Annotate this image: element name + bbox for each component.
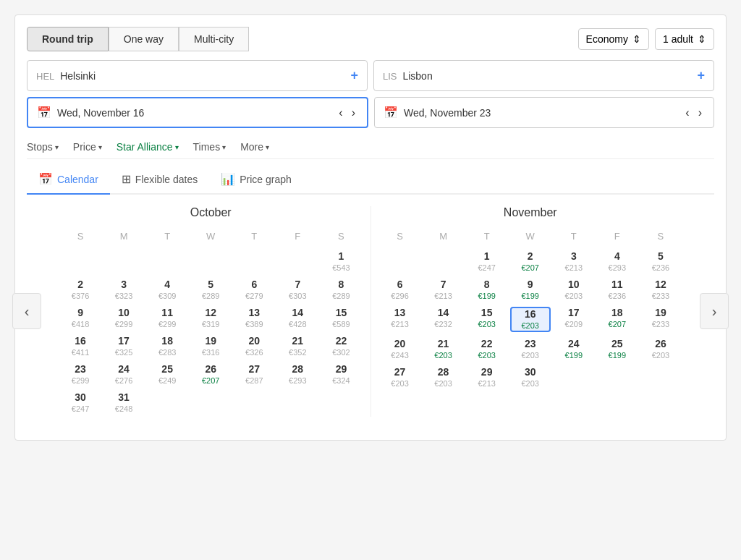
table-row[interactable]: 13 €213 — [378, 304, 422, 335]
table-row[interactable]: 6 €296 — [378, 276, 422, 304]
origin-plus[interactable]: + — [350, 68, 358, 83]
table-row[interactable]: 30 €247 — [59, 389, 102, 417]
table-row[interactable]: 18 €207 — [596, 304, 639, 335]
table-row[interactable]: 29 €213 — [465, 363, 509, 391]
table-row[interactable]: 8 €289 — [319, 276, 363, 304]
filter-more[interactable]: More ▾ — [240, 141, 269, 153]
table-row[interactable]: 21 €203 — [422, 335, 465, 363]
return-next-arrow[interactable]: › — [695, 106, 705, 119]
table-row[interactable]: 14 €232 — [422, 304, 465, 335]
table-row[interactable]: 21 €352 — [276, 332, 319, 360]
table-row[interactable]: 30 €203 — [509, 363, 552, 391]
table-row[interactable]: 20 €243 — [378, 335, 422, 363]
day-number: 23 — [525, 338, 536, 350]
tab-flexible-dates[interactable]: ⊞ Flexible dates — [110, 165, 209, 195]
table-row[interactable]: 5 €236 — [639, 247, 682, 276]
tab-multi-city[interactable]: Multi-city — [179, 27, 249, 51]
table-row[interactable]: 2 €207 — [509, 247, 552, 276]
table-row[interactable]: 23 €299 — [59, 360, 102, 389]
table-row[interactable]: 1 €543 — [319, 247, 363, 276]
table-row[interactable]: 4 €293 — [596, 247, 639, 276]
table-row[interactable]: 18 €283 — [145, 332, 189, 360]
table-row[interactable]: 4 €309 — [145, 276, 189, 304]
table-row[interactable]: 27 €287 — [232, 360, 276, 389]
passenger-select[interactable]: 1 adult ⇕ — [655, 28, 714, 50]
table-row[interactable]: 28 €293 — [276, 360, 319, 389]
table-row[interactable]: 22 €302 — [319, 332, 363, 360]
table-row[interactable]: 29 €324 — [319, 360, 363, 389]
return-prev-arrow[interactable]: ‹ — [682, 106, 692, 119]
table-row[interactable]: 13 €389 — [232, 304, 276, 332]
table-row[interactable]: 10 €203 — [552, 276, 596, 304]
dest-plus[interactable]: + — [697, 68, 705, 83]
flight-search-container: Round trip One way Multi-city Economy ⇕ … — [14, 14, 727, 441]
table-row[interactable]: 16 €203 — [509, 304, 552, 335]
tab-one-way[interactable]: One way — [109, 27, 179, 51]
table-row[interactable]: 7 €303 — [276, 276, 319, 304]
filter-alliance[interactable]: Star Alliance ▾ — [117, 141, 179, 153]
day-price: €203 — [652, 351, 669, 360]
tab-price-graph[interactable]: 📊 Price graph — [209, 165, 303, 195]
table-row[interactable]: 17 €325 — [102, 332, 145, 360]
table-row[interactable]: 5 €289 — [189, 276, 232, 304]
table-row[interactable]: 25 €199 — [596, 335, 639, 363]
table-row[interactable]: 20 €326 — [232, 332, 276, 360]
day-price: €213 — [434, 292, 452, 301]
table-row[interactable]: 27 €203 — [378, 363, 422, 391]
table-row[interactable]: 10 €299 — [102, 304, 145, 332]
table-row[interactable]: 15 €203 — [465, 304, 509, 335]
table-row[interactable]: 1 €247 — [465, 247, 509, 276]
table-row[interactable]: 3 €213 — [552, 247, 596, 276]
return-cal-icon: 📅 — [384, 106, 398, 119]
table-row[interactable]: 26 €207 — [189, 360, 232, 389]
calendar-next-button[interactable]: › — [700, 293, 729, 329]
destination-input[interactable]: LIS Lisbon + — [373, 60, 714, 91]
origin-input[interactable]: HEL Helsinki + — [27, 60, 368, 91]
table-row[interactable]: 7 €213 — [422, 276, 465, 304]
table-row[interactable]: 11 €299 — [145, 304, 189, 332]
day-number: 2 — [528, 250, 533, 263]
tab-round-trip[interactable]: Round trip — [27, 27, 109, 51]
filter-price[interactable]: Price ▾ — [73, 141, 102, 153]
tab-calendar[interactable]: 📅 Calendar — [27, 165, 110, 195]
depart-next-arrow[interactable]: › — [349, 106, 358, 119]
day-number: 14 — [292, 307, 304, 319]
table-row[interactable]: 24 €276 — [102, 360, 145, 389]
calendar-prev-button[interactable]: ‹ — [12, 293, 41, 329]
table-row[interactable]: 9 €199 — [509, 276, 552, 304]
table-row[interactable]: 8 €199 — [465, 276, 509, 304]
filter-stops[interactable]: Stops ▾ — [27, 141, 59, 153]
table-row[interactable]: 26 €203 — [639, 335, 682, 363]
table-row[interactable]: 25 €249 — [145, 360, 189, 389]
day-price: €299 — [115, 320, 132, 329]
day-price: €418 — [72, 320, 89, 329]
table-row[interactable]: 28 €203 — [422, 363, 465, 391]
table-row[interactable]: 2 €376 — [59, 276, 102, 304]
price-graph-tab-icon: 📊 — [221, 172, 235, 186]
day-price: €213 — [565, 263, 583, 273]
table-row[interactable]: 9 €418 — [59, 304, 102, 332]
table-row[interactable]: 22 €203 — [465, 335, 509, 363]
depart-date-input[interactable]: 📅 Wed, November 16 ‹ › — [27, 97, 368, 128]
table-row[interactable]: 16 €411 — [59, 332, 102, 360]
table-row[interactable]: 12 €319 — [189, 304, 232, 332]
table-row[interactable]: 24 €199 — [552, 335, 596, 363]
day-price: €199 — [521, 292, 538, 301]
day-price: €203 — [521, 379, 538, 389]
table-row[interactable]: 17 €209 — [552, 304, 596, 335]
table-row[interactable]: 31 €248 — [102, 389, 145, 417]
table-row[interactable]: 19 €233 — [639, 304, 682, 335]
return-date-input[interactable]: 📅 Wed, November 23 ‹ › — [374, 97, 714, 128]
table-row[interactable]: 19 €316 — [189, 332, 232, 360]
table-row[interactable]: 11 €236 — [596, 276, 639, 304]
table-row[interactable]: 14 €428 — [276, 304, 319, 332]
day-number: 24 — [568, 338, 580, 350]
table-row[interactable]: 23 €203 — [509, 335, 552, 363]
filter-times[interactable]: Times ▾ — [193, 141, 226, 153]
table-row[interactable]: 6 €279 — [232, 276, 276, 304]
table-row[interactable]: 15 €589 — [319, 304, 363, 332]
table-row[interactable]: 12 €233 — [639, 276, 682, 304]
class-select[interactable]: Economy ⇕ — [578, 28, 649, 50]
depart-prev-arrow[interactable]: ‹ — [336, 106, 345, 119]
table-row[interactable]: 3 €323 — [102, 276, 145, 304]
